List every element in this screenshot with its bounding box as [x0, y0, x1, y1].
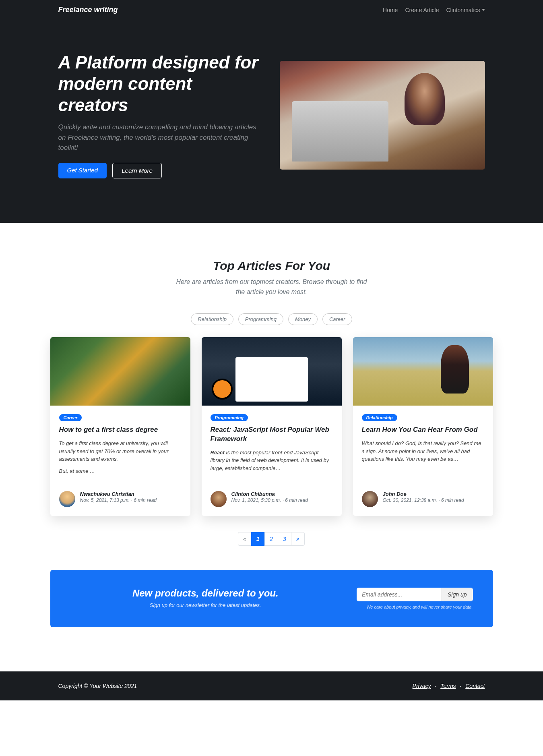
chevron-down-icon	[482, 9, 485, 11]
hero-text: A Platform designed for modern content c…	[58, 52, 264, 178]
learn-more-button[interactable]: Learn More	[112, 163, 162, 178]
hero-subtitle: Quickly write and customize compelling a…	[58, 122, 264, 153]
page-prev[interactable]: «	[238, 532, 252, 546]
article-card[interactable]: Programming React: JavaScript Most Popul…	[202, 337, 342, 516]
author-avatar	[211, 491, 227, 507]
pill-programming[interactable]: Programming	[238, 313, 283, 325]
category-pills: Relationship Programming Money Career	[50, 313, 493, 325]
page-1[interactable]: 1	[251, 532, 265, 546]
get-started-button[interactable]: Get Started	[58, 163, 107, 178]
article-excerpt-more: But, at some …	[59, 467, 182, 475]
footer-contact-link[interactable]: Contact	[465, 683, 485, 689]
author-avatar	[362, 491, 378, 507]
hero-title: A Platform designed for modern content c…	[58, 52, 264, 116]
article-title: How to get a first class degree	[59, 425, 182, 435]
article-excerpt: React is the most popular front-end Java…	[211, 449, 333, 472]
pagination: « 1 2 3 »	[50, 532, 493, 546]
article-image	[50, 337, 190, 406]
pill-money[interactable]: Money	[288, 313, 318, 325]
newsletter-sub: Sign up for our newsletter for the lates…	[70, 602, 341, 608]
pill-relationship[interactable]: Relationship	[191, 313, 233, 325]
author-name: Clinton Chibunna	[231, 491, 308, 497]
footer-sep: ·	[435, 683, 436, 689]
author-name: John Doe	[383, 491, 464, 497]
brand-logo[interactable]: Freelance writing	[58, 6, 118, 14]
category-badge: Relationship	[362, 414, 397, 421]
nav-home[interactable]: Home	[383, 7, 398, 13]
newsletter-box: New products, delivered to you. Sign up …	[50, 570, 493, 627]
article-meta: Nov. 5, 2021, 7:13 p.m. · 6 min read	[80, 497, 157, 504]
article-image	[202, 337, 342, 406]
article-excerpt: What should I do? God, is that really yo…	[362, 439, 484, 463]
category-badge: Career	[59, 414, 82, 421]
page-3[interactable]: 3	[278, 532, 291, 546]
nav-user-dropdown[interactable]: Clintonmatics	[446, 7, 485, 13]
navbar: Freelance writing Home Create Article Cl…	[58, 0, 485, 20]
nav-create-article[interactable]: Create Article	[405, 7, 439, 13]
footer-sep: ·	[460, 683, 461, 689]
footer-terms-link[interactable]: Terms	[440, 683, 456, 689]
hero-section: A Platform designed for modern content c…	[58, 20, 485, 223]
top-articles-section: Top Articles For You Here are articles f…	[50, 223, 493, 671]
email-input[interactable]	[357, 588, 442, 601]
article-card[interactable]: Career How to get a first class degree T…	[50, 337, 190, 516]
article-meta: Oct. 30, 2021, 12:38 a.m. · 6 min read	[383, 497, 464, 504]
article-image	[353, 337, 493, 406]
footer: Copyright © Your Website 2021 Privacy · …	[0, 671, 543, 700]
article-meta: Nov. 1, 2021, 5:30 p.m. · 6 min read	[231, 497, 308, 504]
page-next[interactable]: »	[291, 532, 305, 546]
newsletter-title: New products, delivered to you.	[70, 588, 341, 599]
page-2[interactable]: 2	[264, 532, 278, 546]
article-title: React: JavaScript Most Popular Web Frame…	[211, 425, 333, 444]
article-excerpt: To get a first class degree at universit…	[59, 439, 182, 463]
author-avatar	[59, 491, 75, 507]
nav-user-label: Clintonmatics	[446, 7, 480, 13]
articles-lead: Here are articles from our topmost creat…	[175, 277, 368, 297]
article-title: Learn How You Can Hear From God	[362, 425, 484, 435]
pill-career[interactable]: Career	[322, 313, 352, 325]
article-card[interactable]: Relationship Learn How You Can Hear From…	[353, 337, 493, 516]
footer-privacy-link[interactable]: Privacy	[413, 683, 431, 689]
articles-heading: Top Articles For You	[50, 259, 493, 273]
footer-copyright: Copyright © Your Website 2021	[58, 683, 137, 689]
category-badge: Programming	[211, 414, 248, 421]
signup-button[interactable]: Sign up	[442, 588, 472, 601]
nav-links: Home Create Article Clintonmatics	[383, 7, 485, 13]
author-name: Nwachukwu Christian	[80, 491, 157, 497]
hero-image	[280, 61, 485, 170]
newsletter-privacy-note: We care about privacy, and will never sh…	[357, 605, 473, 609]
